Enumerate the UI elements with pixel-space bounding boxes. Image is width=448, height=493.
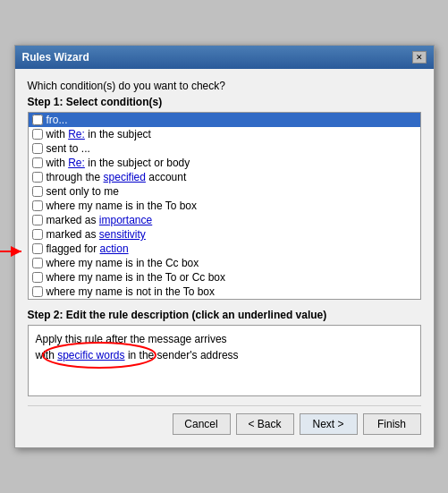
condition-text: where my name is in the Cc box: [46, 257, 199, 269]
step1-label: Step 1: Select condition(s): [28, 96, 421, 108]
cancel-button[interactable]: Cancel: [173, 413, 231, 435]
condition-checkbox[interactable]: [32, 258, 43, 268]
condition-checkbox[interactable]: [32, 272, 43, 283]
condition-checkbox[interactable]: [32, 129, 43, 140]
condition-text: sent to ...: [46, 142, 90, 155]
condition-link[interactable]: sensitivity: [99, 228, 146, 241]
list-item[interactable]: marked as sensitivity: [29, 227, 420, 242]
list-item[interactable]: where my name is in the To box: [29, 199, 420, 213]
dialog-body: Which condition(s) do you want to check?…: [15, 69, 434, 447]
condition-text: where my name is in the To box: [46, 200, 198, 212]
list-item[interactable]: where my name is in the Cc box: [29, 256, 420, 270]
list-item[interactable]: flagged for action: [29, 242, 420, 256]
condition-text: fro...: [46, 114, 68, 126]
condition-text: where my name is not in the To box: [46, 285, 216, 298]
list-item[interactable]: marked as importance: [29, 213, 420, 227]
condition-checkbox[interactable]: [32, 172, 43, 183]
condition-checkbox[interactable]: [32, 243, 43, 254]
condition-link[interactable]: action: [100, 242, 129, 255]
condition-link[interactable]: specified: [104, 171, 146, 183]
condition-checkbox[interactable]: [32, 143, 43, 154]
conditions-container: fro... with Re: in the subject sent to .…: [28, 112, 421, 300]
list-item[interactable]: sent to ...: [29, 141, 420, 156]
condition-checkbox[interactable]: [32, 229, 43, 240]
title-bar: Rules Wizard ✕: [15, 46, 434, 69]
condition-text: sent only to me: [46, 185, 119, 198]
condition-text: with Re: in the subject or body: [46, 157, 190, 169]
list-item[interactable]: fro...: [29, 113, 420, 127]
condition-text: where my name is in the To or Cc box: [46, 271, 226, 284]
condition-text: with Re: in the subject: [46, 128, 151, 140]
condition-text: through the specified account: [46, 171, 187, 183]
conditions-list[interactable]: fro... with Re: in the subject sent to .…: [28, 112, 421, 300]
condition-checkbox[interactable]: [32, 157, 43, 168]
back-button[interactable]: < Back: [236, 413, 294, 435]
title-bar-buttons: ✕: [412, 51, 427, 64]
close-button[interactable]: ✕: [412, 51, 427, 64]
condition-link[interactable]: Re:: [68, 128, 85, 140]
description-line1: Apply this rule after the message arrive…: [36, 331, 413, 347]
condition-text: marked as importance: [46, 214, 153, 226]
condition-text: marked as sensitivity: [46, 228, 146, 241]
condition-checkbox[interactable]: [32, 200, 43, 211]
list-item[interactable]: with specific words in the body: [29, 299, 420, 300]
list-item[interactable]: through the specified account: [29, 170, 420, 184]
description-link[interactable]: specific words: [57, 349, 124, 361]
rules-wizard-dialog: Rules Wizard ✕ Which condition(s) do you…: [14, 45, 435, 448]
list-item[interactable]: sent only to me: [29, 184, 420, 199]
next-button[interactable]: Next >: [300, 413, 358, 435]
list-item[interactable]: with Re: in the subject: [29, 127, 420, 141]
list-item[interactable]: where my name is in the To or Cc box: [29, 270, 420, 285]
red-arrow-annotation: [0, 242, 28, 260]
condition-link[interactable]: Re:: [68, 157, 85, 169]
button-row: Cancel < Back Next > Finish: [28, 405, 421, 437]
condition-checkbox[interactable]: [32, 286, 43, 297]
condition-checkbox[interactable]: [32, 115, 43, 125]
list-item[interactable]: with Re: in the subject or body: [29, 156, 420, 170]
question-label: Which condition(s) do you want to check?: [28, 80, 421, 92]
list-item[interactable]: where my name is not in the To box: [29, 285, 420, 299]
condition-checkbox[interactable]: [32, 186, 43, 197]
dialog-title: Rules Wizard: [22, 51, 89, 64]
description-line2: with specific words in the sender's addr…: [36, 347, 413, 363]
description-box: Apply this rule after the message arrive…: [28, 325, 421, 396]
condition-link[interactable]: importance: [99, 214, 152, 226]
condition-checkbox[interactable]: [32, 215, 43, 225]
finish-button[interactable]: Finish: [363, 413, 421, 435]
condition-text: flagged for action: [46, 242, 129, 255]
step2-label: Step 2: Edit the rule description (click…: [28, 309, 421, 321]
